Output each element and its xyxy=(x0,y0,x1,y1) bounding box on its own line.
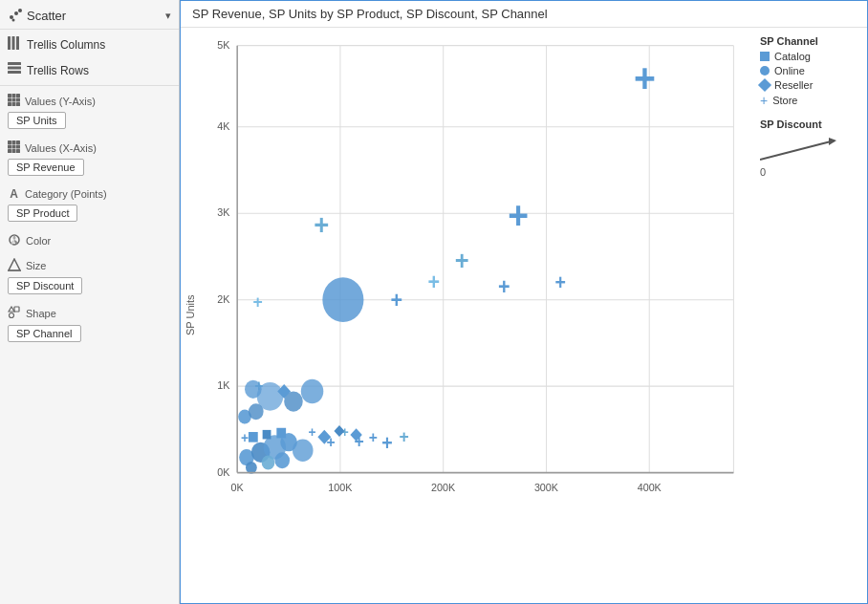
sidebar: Scatter ▾ Trellis Columns xyxy=(0,0,180,604)
svg-rect-87 xyxy=(263,430,271,440)
svg-text:300K: 300K xyxy=(534,481,559,492)
discount-pill[interactable]: SP Discount xyxy=(8,277,82,294)
svg-rect-13 xyxy=(8,98,11,102)
svg-marker-33 xyxy=(9,307,14,312)
svg-text:+: + xyxy=(634,54,656,100)
svg-rect-26 xyxy=(12,149,16,153)
svg-rect-16 xyxy=(8,102,11,106)
svg-rect-7 xyxy=(8,62,21,65)
svg-rect-12 xyxy=(16,94,20,97)
catalog-label: Catalog xyxy=(774,51,811,62)
svg-rect-24 xyxy=(16,145,20,149)
svg-marker-29 xyxy=(9,259,20,270)
reseller-icon xyxy=(758,78,771,92)
scatter-icon xyxy=(8,8,23,23)
svg-text:+: + xyxy=(309,424,316,441)
svg-text:+: + xyxy=(241,429,249,445)
svg-text:2K: 2K xyxy=(217,292,230,304)
svg-rect-20 xyxy=(12,140,16,144)
svg-text:4K: 4K xyxy=(217,120,230,132)
sidebar-item-trellis-columns[interactable]: Trellis Columns xyxy=(0,32,179,57)
catalog-icon xyxy=(760,52,770,61)
svg-text:3K: 3K xyxy=(217,206,230,218)
trellis-columns-label: Trellis Columns xyxy=(27,38,105,52)
channel-pill[interactable]: SP Channel xyxy=(8,325,81,342)
svg-text:+: + xyxy=(369,427,378,445)
svg-point-1 xyxy=(14,11,18,15)
svg-rect-9 xyxy=(8,71,21,74)
svg-rect-86 xyxy=(249,432,258,442)
svg-text:0K: 0K xyxy=(217,465,230,477)
svg-rect-8 xyxy=(8,67,21,70)
svg-rect-17 xyxy=(12,102,16,106)
y-axis-label: SP Units xyxy=(181,28,200,603)
svg-rect-32 xyxy=(14,307,19,312)
svg-rect-22 xyxy=(8,145,11,149)
store-icon: + xyxy=(760,94,768,107)
shape-label: Shape xyxy=(0,302,179,323)
svg-point-74 xyxy=(274,452,290,468)
legend-discount-section: SP Discount 0 xyxy=(760,119,859,178)
svg-rect-4 xyxy=(8,36,11,50)
svg-text:+: + xyxy=(390,288,402,313)
svg-rect-18 xyxy=(16,102,20,106)
values-y-section: Values (Y-Axis) SP Units xyxy=(0,88,179,135)
shape-section: Shape SP Channel xyxy=(0,300,179,348)
svg-rect-10 xyxy=(8,94,11,97)
svg-text:+: + xyxy=(381,431,392,454)
chart-type-chevron[interactable]: ▾ xyxy=(165,10,171,22)
svg-point-64 xyxy=(322,277,363,322)
product-pill[interactable]: SP Product xyxy=(8,205,77,222)
svg-text:200K: 200K xyxy=(431,481,456,492)
chart-type-label: Scatter xyxy=(27,9,162,23)
trellis-columns-icon xyxy=(8,36,21,53)
svg-point-72 xyxy=(293,439,314,461)
svg-marker-100 xyxy=(829,138,836,145)
svg-text:+: + xyxy=(428,270,441,294)
revenue-pill[interactable]: SP Revenue xyxy=(8,159,84,176)
svg-text:400K: 400K xyxy=(638,481,662,492)
svg-point-73 xyxy=(246,462,257,474)
size-label: Size xyxy=(0,254,179,275)
svg-rect-14 xyxy=(12,98,16,102)
svg-rect-23 xyxy=(12,145,16,149)
svg-point-71 xyxy=(262,455,275,469)
svg-text:+: + xyxy=(399,425,408,446)
chart-plot-area: 0K 1K 2K 3K 4K 5K 0K 100K 200K 300K 400K… xyxy=(200,28,752,603)
category-label: A Category (Points) xyxy=(0,183,179,203)
color-label: Color xyxy=(0,229,179,250)
svg-point-2 xyxy=(18,9,22,12)
category-section: A Category (Points) SP Product xyxy=(0,182,179,227)
svg-text:100K: 100K xyxy=(328,481,353,492)
svg-text:+: + xyxy=(508,194,529,237)
sidebar-item-trellis-rows[interactable]: Trellis Rows xyxy=(0,57,179,83)
legend-online: Online xyxy=(760,65,859,76)
online-label: Online xyxy=(774,65,805,76)
svg-rect-11 xyxy=(12,94,16,97)
values-x-section: Values (X-Axis) SP Revenue xyxy=(0,135,179,182)
reseller-label: Reseller xyxy=(774,79,813,91)
store-label: Store xyxy=(772,95,797,106)
svg-line-99 xyxy=(760,140,835,160)
shape-icon xyxy=(8,306,21,321)
online-icon xyxy=(760,66,770,76)
svg-rect-25 xyxy=(8,149,11,153)
svg-point-3 xyxy=(12,19,15,22)
svg-rect-15 xyxy=(16,98,20,102)
svg-point-96 xyxy=(249,403,264,420)
values-y-icon xyxy=(8,94,20,108)
legend-discount-title: SP Discount xyxy=(760,119,859,130)
chart-svg: 0K 1K 2K 3K 4K 5K 0K 100K 200K 300K 400K… xyxy=(200,35,752,574)
svg-rect-88 xyxy=(276,428,286,439)
size-icon xyxy=(8,258,21,273)
svg-point-93 xyxy=(301,379,324,404)
chart-title: SP Revenue, SP Units by SP Product, SP D… xyxy=(181,1,867,28)
svg-rect-6 xyxy=(16,36,19,50)
svg-rect-5 xyxy=(12,36,15,50)
svg-text:+: + xyxy=(554,270,565,293)
svg-text:+: + xyxy=(314,207,329,239)
svg-point-0 xyxy=(10,15,13,19)
size-section: Size SP Discount xyxy=(0,252,179,300)
discount-size-indicator xyxy=(760,136,859,166)
units-pill[interactable]: SP Units xyxy=(8,112,66,129)
